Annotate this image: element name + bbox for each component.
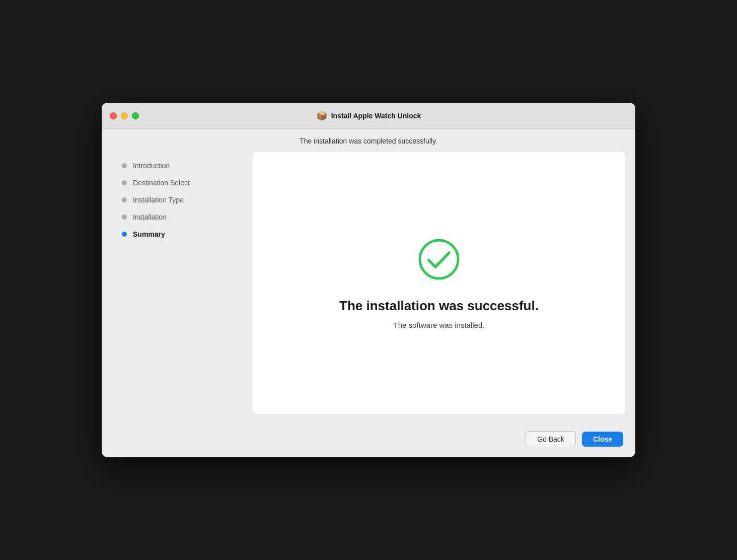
installer-window: 📦 Install Apple Watch Unlock The install… bbox=[102, 103, 635, 457]
go-back-button[interactable]: Go Back bbox=[526, 431, 576, 447]
sidebar-label-installation-type: Installation Type bbox=[133, 196, 184, 204]
sidebar-item-introduction: Introduction bbox=[112, 157, 253, 174]
sidebar-item-summary: Summary bbox=[112, 226, 253, 243]
sidebar-dot-installation bbox=[122, 215, 127, 220]
sidebar-dot-introduction bbox=[122, 163, 127, 168]
traffic-lights bbox=[110, 112, 139, 119]
success-title: The installation was successful. bbox=[339, 298, 539, 314]
close-button-footer[interactable]: Close bbox=[582, 432, 623, 447]
sidebar-item-installation-type: Installation Type bbox=[112, 191, 253, 208]
maximize-button[interactable] bbox=[132, 112, 139, 119]
sidebar-label-summary: Summary bbox=[133, 230, 165, 238]
footer: Go Back Close bbox=[102, 424, 635, 457]
package-icon: 📦 bbox=[316, 110, 327, 121]
content-panel: The installation was successful. The sof… bbox=[253, 152, 625, 414]
success-icon-container bbox=[416, 237, 462, 284]
success-subtitle: The software was installed. bbox=[394, 321, 485, 329]
sidebar-dot-summary bbox=[122, 232, 127, 237]
window-title: 📦 Install Apple Watch Unlock bbox=[316, 110, 421, 121]
sidebar-label-installation: Installation bbox=[133, 213, 167, 221]
main-content: Introduction Destination Select Installa… bbox=[102, 152, 635, 424]
sidebar-dot-destination-select bbox=[122, 180, 127, 185]
status-text: The installation was completed successfu… bbox=[300, 137, 437, 145]
window-title-text: Install Apple Watch Unlock bbox=[331, 112, 421, 120]
titlebar: 📦 Install Apple Watch Unlock bbox=[102, 103, 635, 129]
svg-point-0 bbox=[420, 240, 458, 278]
sidebar-label-introduction: Introduction bbox=[133, 162, 170, 170]
sidebar-item-installation: Installation bbox=[112, 208, 253, 226]
status-bar: The installation was completed successfu… bbox=[102, 129, 635, 152]
sidebar-item-destination-select: Destination Select bbox=[112, 174, 253, 191]
sidebar: Introduction Destination Select Installa… bbox=[112, 152, 253, 414]
success-checkmark-icon bbox=[416, 237, 462, 282]
sidebar-label-destination-select: Destination Select bbox=[133, 179, 190, 187]
minimize-button[interactable] bbox=[121, 112, 128, 119]
close-button[interactable] bbox=[110, 112, 117, 119]
sidebar-dot-installation-type bbox=[122, 197, 127, 202]
